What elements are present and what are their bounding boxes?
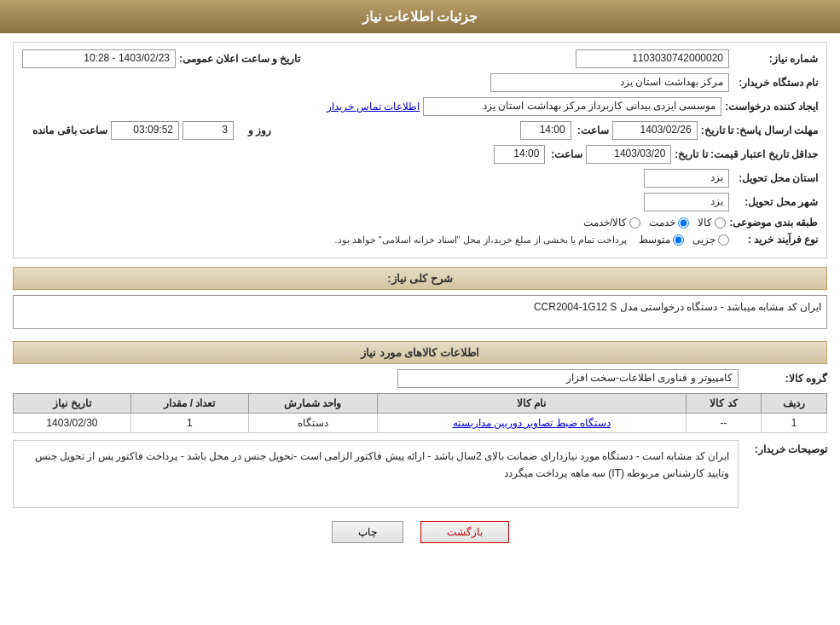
group-kala-label: گروه کالا: bbox=[742, 373, 827, 385]
hadale-saat-label: ساعت: bbox=[548, 148, 582, 160]
cell-vahed: دستگاه bbox=[248, 414, 377, 433]
shomare-niaz-value: 1103030742000020 bbox=[576, 49, 729, 68]
mohlat-saat: 14:00 bbox=[520, 121, 571, 140]
ettelaat-kala-title: اطلاعات کالاهای مورد نیاز bbox=[13, 341, 827, 364]
noe-farayand-label: نوع فرآیند خرید : bbox=[733, 234, 818, 246]
kala-table: ردیف کد کالا نام کالا واحد شمارش تعداد /… bbox=[13, 393, 827, 433]
shomare-niaz-label: شماره نیاز: bbox=[733, 53, 818, 65]
mohlat-label: مهلت ارسال پاسخ: تا تاریخ: bbox=[701, 124, 818, 136]
noe-farayand-radio-group: جزیی متوسط bbox=[639, 234, 729, 246]
mohlat-baqi-label: ساعت باقی مانده bbox=[22, 124, 107, 136]
tarikh-elan-value: 1403/02/23 - 10:28 bbox=[22, 49, 176, 68]
table-row: 1 -- دستگاه ضبط تصاویر دوربین مداربسته د… bbox=[14, 414, 827, 433]
mohlat-saat-label: ساعت: bbox=[575, 124, 609, 136]
tabaghe-kalaKhedmat-item: کالا/خدمت bbox=[583, 217, 640, 229]
tabaghe-kalaKhedmat-radio[interactable] bbox=[629, 217, 640, 229]
ijad-konande-value: موسسی ایزدی بیدانی کاربرداز مرکز بهداشت … bbox=[423, 97, 721, 116]
tabaghe-kala-label: کالا bbox=[698, 217, 712, 229]
ettelaat-tamas-link[interactable]: اطلاعات تماس خریدار bbox=[327, 101, 420, 113]
sharh-label: شرح کلی نیاز: bbox=[387, 272, 453, 285]
page-wrapper: جزئیات اطلاعات نیاز شماره نیاز: 11030307… bbox=[0, 0, 840, 625]
tabaghe-khedmat-item: خدمت bbox=[649, 217, 689, 229]
noe-farayand-motavasset-item: متوسط bbox=[639, 234, 684, 246]
row-hadale: حداقل تاریخ اعتبار قیمت: تا تاریخ: 1403/… bbox=[22, 145, 818, 164]
nam-dastgah-value: مرکز بهداشت استان یزد bbox=[490, 73, 729, 92]
noe-farayand-jozii-radio[interactable] bbox=[718, 234, 729, 246]
noe-farayand-jozii-label: جزیی bbox=[692, 234, 715, 246]
nam-dastgah-label: نام دستگاه خریدار: bbox=[733, 77, 818, 89]
row-mohlat: مهلت ارسال پاسخ: تا تاریخ: 1403/02/26 سا… bbox=[22, 121, 818, 140]
col-tedad: تعداد / مقدار bbox=[130, 394, 248, 414]
mohlat-rooz: 3 bbox=[182, 121, 234, 140]
row-noe-farayand: نوع فرآیند خرید : جزیی متوسط پرداخت تمام… bbox=[22, 234, 818, 246]
hadale-date: 1403/03/20 bbox=[586, 145, 671, 164]
col-tarikh-niaz: تاریخ نیاز bbox=[14, 394, 131, 414]
noe-farayand-notice: پرداخت تمام یا بخشی از مبلغ خرید،از محل … bbox=[334, 234, 627, 246]
row-group-kala: گروه کالا: کامپیوتر و فناوری اطلاعات-سخت… bbox=[13, 369, 827, 388]
noe-farayand-jozii-item: جزیی bbox=[692, 234, 729, 246]
col-nam-kala: نام کالا bbox=[377, 394, 686, 414]
row-shomare-niaz: شماره نیاز: 1103030742000020 تاریخ و ساع… bbox=[22, 49, 818, 68]
tarikh-elan-label: تاریخ و ساعت اعلان عمومی: bbox=[179, 53, 300, 65]
ostan-label: استان محل تحویل: bbox=[733, 172, 818, 184]
button-bar: بازگشت چاپ bbox=[13, 521, 827, 556]
row-tosif: توصیحات خریدار: ایران کد مشابه است - دست… bbox=[13, 440, 827, 508]
shahr-label: شهر محل تحویل: bbox=[733, 196, 818, 208]
sharh-section: شرح کلی نیاز: ایران کد مشابه میباشد - دس… bbox=[13, 267, 827, 329]
col-vahed-shomareh: واحد شمارش bbox=[248, 394, 377, 414]
page-title: جزئیات اطلاعات نیاز bbox=[362, 9, 478, 24]
main-info-section: شماره نیاز: 1103030742000020 تاریخ و ساع… bbox=[13, 42, 827, 258]
sharh-value: ایران کد مشابه میباشد - دستگاه درخواستی … bbox=[13, 295, 827, 329]
ijad-konande-label: ایجاد کننده درخواست: bbox=[725, 101, 818, 113]
row-ostan: استان محل تحویل: یزد bbox=[22, 169, 818, 188]
row-shahr: شهر محل تحویل: یزد bbox=[22, 193, 818, 211]
shahr-value: یزد bbox=[644, 193, 729, 211]
row-nam-dastgah: نام دستگاه خریدار: مرکز بهداشت استان یزد bbox=[22, 73, 818, 92]
cell-nam-kala[interactable]: دستگاه ضبط تصاویر دوربین مداربسته bbox=[377, 414, 686, 433]
cell-kod-kala: -- bbox=[686, 414, 761, 433]
col-radif: ردیف bbox=[762, 394, 827, 414]
page-header: جزئیات اطلاعات نیاز bbox=[0, 0, 840, 33]
cell-tedad: 1 bbox=[130, 414, 248, 433]
tosif-text: ایران کد مشابه است - دستگاه مورد نیازدار… bbox=[35, 450, 729, 479]
group-kala-value: کامپیوتر و فناوری اطلاعات-سخت افزار bbox=[397, 369, 739, 388]
row-ijad-konande: ایجاد کننده درخواست: موسسی ایزدی بیدانی … bbox=[22, 97, 818, 116]
sharh-title: شرح کلی نیاز: bbox=[13, 267, 827, 290]
tabaghe-radio-group: کالا خدمت کالا/خدمت bbox=[583, 217, 726, 229]
mohlat-baqi: 03:09:52 bbox=[111, 121, 179, 140]
tabaghe-khedmat-label: خدمت bbox=[649, 217, 675, 229]
tabaghe-kala-item: کالا bbox=[698, 217, 726, 229]
print-button[interactable]: چاپ bbox=[332, 521, 403, 543]
kala-table-container: ردیف کد کالا نام کالا واحد شمارش تعداد /… bbox=[13, 393, 827, 433]
mohlat-rooz-label: روز و bbox=[237, 124, 271, 136]
noe-farayand-motavasset-label: متوسط bbox=[639, 234, 670, 246]
row-tabaghe: طبقه بندی موضوعی: کالا خدمت کالا/خدمت bbox=[22, 217, 818, 229]
tosif-value: ایران کد مشابه است - دستگاه مورد نیازدار… bbox=[13, 440, 739, 508]
noe-farayand-motavasset-radio[interactable] bbox=[673, 234, 684, 246]
hadale-label: حداقل تاریخ اعتبار قیمت: تا تاریخ: bbox=[675, 148, 818, 160]
cell-tarikh: 1403/02/30 bbox=[14, 414, 131, 433]
tabaghe-label: طبقه بندی موضوعی: bbox=[729, 217, 818, 229]
content-area: شماره نیاز: 1103030742000020 تاریخ و ساع… bbox=[0, 33, 840, 564]
col-kod-kala: کد کالا bbox=[686, 394, 761, 414]
tosif-label: توصیحات خریدار: bbox=[742, 440, 827, 455]
ostan-value: یزد bbox=[644, 169, 729, 188]
tabaghe-khedmat-radio[interactable] bbox=[678, 217, 689, 229]
tabaghe-kalaKhedmat-label: کالا/خدمت bbox=[583, 217, 627, 229]
back-button[interactable]: بازگشت bbox=[420, 521, 509, 543]
cell-radif: 1 bbox=[762, 414, 827, 433]
hadale-saat: 14:00 bbox=[494, 145, 545, 164]
tabaghe-kala-radio[interactable] bbox=[715, 217, 726, 229]
mohlat-date: 1403/02/26 bbox=[612, 121, 698, 140]
